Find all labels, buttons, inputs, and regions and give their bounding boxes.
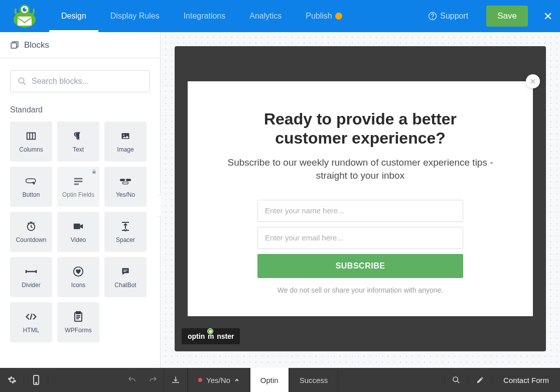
app-logo <box>0 4 49 29</box>
bottom-toolbar: Yes/No Optin Success Contact Form <box>0 368 560 392</box>
block-optin-fields[interactable]: Optin Fields <box>57 167 99 207</box>
download-button[interactable] <box>164 368 188 392</box>
clock-icon <box>25 220 37 232</box>
campaign-name[interactable]: Contact Form <box>492 376 560 384</box>
block-label: Yes/No <box>116 191 135 198</box>
svg-rect-17 <box>74 181 83 182</box>
mobile-icon <box>33 375 40 385</box>
block-label: Columns <box>19 146 43 153</box>
spacer-icon <box>119 220 131 232</box>
svg-point-30 <box>453 377 458 381</box>
paragraph-icon: ¶ <box>72 130 84 142</box>
block-countdown[interactable]: Countdown <box>10 212 52 252</box>
email-field[interactable] <box>257 227 463 249</box>
edit-name-button[interactable] <box>468 376 492 384</box>
section-standard-title: Standard <box>0 95 160 121</box>
block-html[interactable]: HTML <box>10 302 52 342</box>
undo-button[interactable] <box>121 375 143 384</box>
save-button[interactable]: Save <box>486 6 528 27</box>
block-icons[interactable]: Icons <box>57 257 99 297</box>
headline-line1: Ready to provide a better <box>264 110 457 128</box>
blocks-sidebar: Blocks Standard Columns ¶ Text Image <box>0 32 161 368</box>
svg-rect-15 <box>92 171 95 174</box>
recording-dot-icon <box>198 378 202 382</box>
svg-rect-23 <box>74 224 80 229</box>
blocks-icon <box>10 41 19 50</box>
gear-icon <box>8 375 17 384</box>
headline-line2: customer experience? <box>275 129 446 147</box>
redo-button[interactable] <box>143 375 164 384</box>
chevron-up-icon <box>234 378 239 382</box>
block-button[interactable]: Button <box>10 167 52 207</box>
form-icon <box>72 311 84 323</box>
tab-integrations[interactable]: Integrations <box>172 0 238 32</box>
block-label: ChatBot <box>114 282 136 289</box>
svg-point-5 <box>25 8 27 10</box>
image-icon <box>119 130 131 142</box>
view-tab-label: Success <box>300 376 328 384</box>
mobile-preview-button[interactable] <box>24 375 48 385</box>
block-yesno[interactable]: Yes/No <box>104 167 147 207</box>
block-label: Button <box>23 191 40 198</box>
block-wpforms[interactable]: WPForms <box>57 302 99 342</box>
canvas-frame: Ready to provide a better customer exper… <box>175 46 546 351</box>
block-label: Spacer <box>116 236 135 243</box>
search-input[interactable] <box>32 77 143 86</box>
columns-icon <box>25 130 37 142</box>
redo-icon <box>149 375 158 384</box>
svg-rect-14 <box>26 179 36 183</box>
design-canvas[interactable]: Ready to provide a better customer exper… <box>161 32 560 368</box>
block-divider[interactable]: Divider <box>10 257 52 297</box>
popup-subheadline[interactable]: Subscribe to our weekly rundown of custo… <box>224 156 497 183</box>
block-video[interactable]: Video <box>57 212 99 252</box>
button-icon <box>25 175 37 187</box>
tab-publish[interactable]: Publish <box>294 0 354 32</box>
block-grid: Columns ¶ Text Image Button Optin Fields <box>0 121 160 342</box>
tab-analytics[interactable]: Analytics <box>237 0 294 32</box>
tab-design[interactable]: Design <box>49 0 98 32</box>
popup-headline[interactable]: Ready to provide a better customer exper… <box>224 109 497 148</box>
optin-popup[interactable]: Ready to provide a better customer exper… <box>188 81 533 316</box>
heart-circle-icon <box>72 266 84 278</box>
popup-fineprint[interactable]: We do not sell or share your information… <box>224 286 497 294</box>
view-tab-success[interactable]: Success <box>289 368 339 392</box>
optinmonster-badge[interactable]: optinmnster <box>182 328 240 344</box>
svg-rect-21 <box>122 182 128 184</box>
view-tab-yesno[interactable]: Yes/No <box>188 368 250 392</box>
support-link[interactable]: Support <box>418 12 478 21</box>
svg-rect-16 <box>74 178 83 180</box>
block-image[interactable]: Image <box>104 121 147 162</box>
top-navbar: Design Display Rules Integrations Analyt… <box>0 0 560 32</box>
name-field[interactable] <box>257 200 463 222</box>
divider-icon <box>25 266 37 278</box>
yesno-icon <box>119 175 131 187</box>
block-text[interactable]: ¶ Text <box>57 121 99 162</box>
block-label: Countdown <box>16 236 47 243</box>
main-tabs: Design Display Rules Integrations Analyt… <box>49 0 354 32</box>
code-icon <box>25 311 37 323</box>
search-icon <box>452 376 460 384</box>
block-spacer[interactable]: Spacer <box>104 212 147 252</box>
svg-rect-26 <box>123 271 126 272</box>
subscribe-button[interactable]: SUBSCRIBE <box>257 254 463 278</box>
view-tab-optin[interactable]: Optin <box>250 368 289 392</box>
view-tab-label: Optin <box>260 376 278 384</box>
close-editor-button[interactable] <box>536 0 560 32</box>
topnav-right: Support Save <box>418 0 560 32</box>
popup-close-button[interactable] <box>526 74 540 88</box>
svg-point-29 <box>36 382 37 383</box>
block-chatbot[interactable]: ChatBot <box>104 257 147 297</box>
block-label: WPForms <box>65 327 91 334</box>
search-blocks-box[interactable] <box>10 70 150 92</box>
svg-rect-25 <box>123 270 127 271</box>
zoom-search-button[interactable] <box>444 376 468 384</box>
view-tabs: Yes/No Optin Success <box>188 368 338 392</box>
block-label: Divider <box>22 282 40 289</box>
settings-button[interactable] <box>0 375 24 384</box>
block-label: Image <box>117 146 133 153</box>
tab-display-rules[interactable]: Display Rules <box>98 0 172 32</box>
badge-text-post: nster <box>217 332 234 340</box>
optinmonster-logo-icon <box>11 4 39 29</box>
block-columns[interactable]: Columns <box>10 121 52 162</box>
block-label: Optin Fields <box>62 191 94 198</box>
